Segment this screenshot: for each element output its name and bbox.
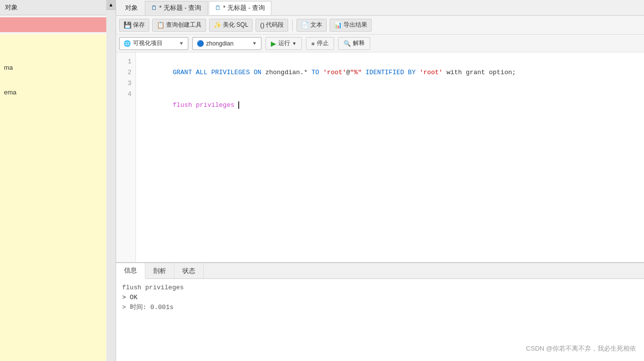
line-num-4: 4 [128, 89, 131, 100]
sidebar-label-ma: ma [4, 64, 13, 71]
query-create-icon: 📋 [157, 21, 165, 29]
tab2-icon: 🗒 [215, 4, 221, 11]
code-segment-button[interactable]: () 代码段 [256, 19, 288, 32]
run-dropdown-arrow: ▼ [292, 41, 297, 46]
tab1-icon: 🗒 [151, 4, 157, 11]
stop-button[interactable]: ■ 停止 [306, 37, 334, 50]
dropdown-db[interactable]: 🔵 zhongdian ▼ [192, 37, 261, 50]
sidebar-label-ema: ema [4, 89, 16, 96]
sql-host: "%" [350, 69, 361, 76]
result-line-1: flush privileges [122, 283, 638, 293]
sidebar-header: 对象 [0, 0, 108, 15]
code-segment-label: 代码段 [266, 21, 284, 29]
save-icon: 💾 [124, 21, 131, 29]
obj-tab[interactable]: 对象 [118, 1, 145, 15]
sql-flush: flush privileges [172, 101, 234, 109]
bottom-tab-profile[interactable]: 剖析 [145, 263, 174, 278]
scroll-up-btn[interactable]: ▲ [106, 0, 116, 10]
code-icon: () [260, 21, 264, 29]
dropdown-visual-icon: 🌐 [124, 40, 131, 47]
line-num-2: 2 [128, 67, 131, 78]
result-line-3: > 时间: 0.001s [122, 303, 638, 313]
code-line-1: GRANT ALL PRIVILEGES ON zhongdian.* TO '… [142, 56, 638, 67]
bottom-tab-info[interactable]: 信息 [116, 263, 145, 279]
sql-to: TO [307, 69, 323, 76]
tab2-label: * 无标题 - 查询 [223, 3, 265, 12]
dropdown-db-value: zhongdian [206, 40, 233, 47]
sql-user: 'root' [323, 69, 346, 76]
editor-area: 1 2 3 4 GRANT ALL PRIVILEGES ON zhongdia… [116, 52, 644, 262]
code-editor[interactable]: GRANT ALL PRIVILEGES ON zhongdian.* TO '… [136, 52, 644, 262]
tab2[interactable]: 🗒 * 无标题 - 查询 [209, 1, 271, 15]
save-button[interactable]: 💾 保存 [119, 19, 149, 32]
main-content: 对象 🗒 * 无标题 - 查询 🗒 * 无标题 - 查询 💾 保存 📋 查询创建… [116, 0, 644, 361]
result-line-2: > OK [122, 293, 638, 303]
toolbar-separator [292, 19, 293, 31]
beautify-label: 美化 SQL [223, 21, 248, 29]
query-create-label: 查询创建工具 [166, 21, 202, 29]
beautify-button[interactable]: ✨ 美化 SQL [209, 19, 253, 32]
export-label: 导出结果 [343, 21, 367, 29]
stop-label: 停止 [317, 39, 329, 47]
explain-label: 解释 [353, 39, 365, 47]
toolbar1: 💾 保存 📋 查询创建工具 ✨ 美化 SQL () 代码段 📄 文本 📊 导出结… [116, 16, 644, 35]
toolbar2: 🌐 可视化项目 ▼ 🔵 zhongdian ▼ ▶ 运行 ▼ ■ 停止 🔍 解释 [116, 35, 644, 52]
line-num-3: 3 [128, 78, 131, 89]
dropdown-visual[interactable]: 🌐 可视化项目 ▼ [119, 37, 188, 50]
run-button[interactable]: ▶ 运行 ▼ [265, 37, 302, 50]
explain-button[interactable]: 🔍 解释 [338, 37, 370, 50]
save-label: 保存 [133, 21, 145, 29]
bottom-tabs: 信息 剖析 状态 [116, 263, 644, 279]
dropdown-db-icon: 🔵 [197, 40, 204, 47]
run-icon: ▶ [271, 40, 276, 47]
code-line-4: flush privileges [142, 89, 638, 100]
line-num-1: 1 [128, 56, 131, 67]
sql-identified: IDENTIFIED BY [362, 69, 420, 76]
dropdown-visual-arrow: ▼ [179, 41, 184, 46]
dropdown-db-arrow: ▼ [252, 41, 257, 46]
dropdown-visual-value: 可视化项目 [133, 39, 163, 47]
explain-icon: 🔍 [343, 40, 351, 47]
line-numbers: 1 2 3 4 [116, 52, 136, 262]
query-create-button[interactable]: 📋 查询创建工具 [152, 19, 206, 32]
export-icon: 📊 [334, 21, 342, 29]
left-sidebar: 对象 ma ema [0, 0, 109, 361]
beautify-icon: ✨ [214, 21, 221, 29]
export-button[interactable]: 📊 导出结果 [330, 19, 372, 32]
text-icon: 📄 [301, 21, 309, 29]
bottom-tab-status[interactable]: 状态 [174, 263, 204, 278]
sidebar-yellow-area: ma ema [0, 34, 108, 361]
cursor [234, 101, 239, 109]
stop-icon: ■ [311, 41, 315, 46]
watermark: CSDN @你若不离不弃，我必生死相依 [526, 344, 636, 353]
tab1[interactable]: 🗒 * 无标题 - 查询 [145, 1, 208, 15]
sql-password: 'root' [420, 69, 443, 76]
sql-schema: zhongdian.* [265, 69, 308, 76]
scroll-bar[interactable]: ▲ [106, 0, 116, 361]
run-label: 运行 [278, 39, 290, 47]
sql-grant: GRANT ALL PRIVILEGES ON [172, 69, 265, 76]
sql-with: with grant option; [443, 69, 516, 76]
tab1-label: * 无标题 - 查询 [159, 3, 201, 12]
code-line-3 [142, 78, 638, 89]
sidebar-pink-bar [0, 17, 108, 32]
tab-bar: 对象 🗒 * 无标题 - 查询 🗒 * 无标题 - 查询 [116, 0, 644, 16]
text-label: 文本 [310, 21, 322, 29]
text-button[interactable]: 📄 文本 [297, 19, 327, 32]
